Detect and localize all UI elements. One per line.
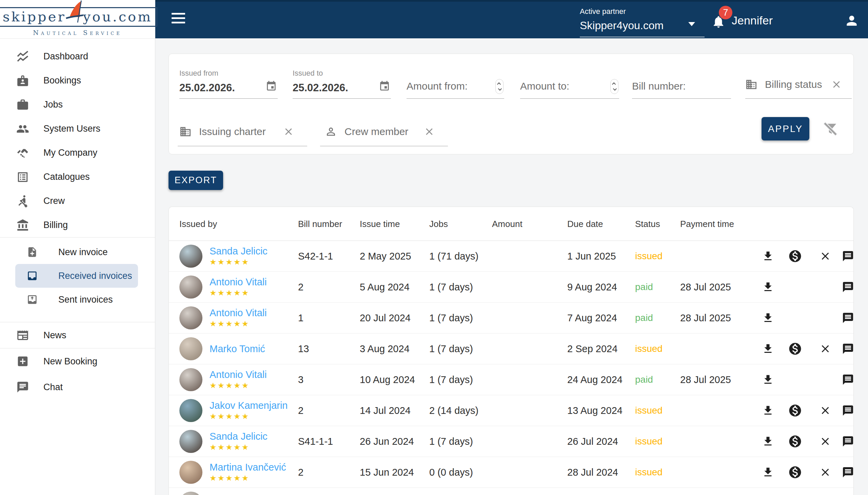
sidebar-item-sent-invoices[interactable]: Sent invoices <box>0 288 155 311</box>
issuer-link[interactable]: Jakov Kamenjarin <box>210 400 288 411</box>
issued-from-label: Issued from <box>179 69 278 78</box>
clear-x-icon[interactable] <box>283 126 294 137</box>
comment-icon[interactable] <box>842 466 854 478</box>
sidebar-item-bookings[interactable]: Bookings <box>0 69 155 92</box>
issuer-info: Antonio Vitali ★★★★★ <box>210 369 267 390</box>
issuer-link[interactable]: Antonio Vitali <box>210 307 267 319</box>
amount-from-field[interactable]: Amount from: <box>407 69 504 99</box>
notification-badge: 7 <box>719 6 732 19</box>
jobs-cell: 2 (14 days) <box>429 405 478 416</box>
mark-paid-dollar-icon[interactable] <box>788 434 802 448</box>
comment-icon[interactable] <box>842 281 854 293</box>
mark-paid-dollar-icon[interactable] <box>788 465 802 479</box>
comment-icon[interactable] <box>842 250 854 262</box>
download-invoice-icon[interactable] <box>762 435 774 447</box>
star-rating: ★★★★★ <box>210 474 286 483</box>
clear-x-icon[interactable] <box>424 126 434 137</box>
sidebar-item-jobs[interactable]: Jobs <box>0 92 155 117</box>
comment-icon[interactable] <box>842 374 854 386</box>
download-invoice-icon[interactable] <box>762 466 774 478</box>
col-jobs: Jobs <box>429 207 448 241</box>
download-invoice-icon[interactable] <box>762 250 774 262</box>
crew-member-field[interactable]: Crew member <box>320 117 448 146</box>
sidebar-item-crew[interactable]: Crew <box>0 189 155 213</box>
sidebar-item-label: Dashboard <box>43 51 88 62</box>
download-invoice-icon[interactable] <box>762 374 774 386</box>
jobs-cell: 1 (7 days) <box>429 343 473 355</box>
table-row: Sanda Jelicic ★★★★★ S41-1-1 26 Jun 2024 … <box>169 426 853 457</box>
download-invoice-icon[interactable] <box>762 281 774 293</box>
number-spinner[interactable] <box>495 79 503 94</box>
brand-logo[interactable]: skipper you.com Nautical Service <box>0 0 155 39</box>
due-date-cell: 26 Jul 2024 <box>567 436 618 447</box>
bill-number-cell: 1 <box>298 312 303 324</box>
sidebar-item-news[interactable]: News <box>0 322 155 348</box>
comment-icon[interactable] <box>842 343 854 355</box>
status-badge: issued <box>635 343 662 354</box>
crew-icon <box>16 195 29 208</box>
number-spinner[interactable] <box>610 79 618 94</box>
cancel-invoice-icon[interactable] <box>819 250 831 262</box>
download-invoice-icon[interactable] <box>762 312 774 324</box>
sidebar-item-label: Crew <box>43 196 65 206</box>
apply-button[interactable]: APPLY <box>762 117 809 140</box>
table-header: Issued by Bill number Issue time Jobs Am… <box>169 207 853 241</box>
issuer-link[interactable]: Antonio Vitali <box>210 276 267 288</box>
calendar-icon[interactable] <box>265 81 277 92</box>
download-invoice-icon[interactable] <box>762 405 774 416</box>
building-icon <box>179 125 192 138</box>
sidebar-item-received-invoices[interactable]: Received invoices <box>15 264 138 288</box>
sidebar-item-billing[interactable]: Billing <box>0 213 155 237</box>
sidebar-item-new-invoice[interactable]: New invoice <box>0 240 155 264</box>
active-partner-select[interactable]: Active partner Skipper4you.com <box>580 7 705 37</box>
cancel-invoice-icon[interactable] <box>819 405 831 416</box>
filter-off-icon[interactable] <box>822 121 838 137</box>
comment-icon[interactable] <box>842 312 854 324</box>
issuer-link[interactable]: Sanda Jelicic <box>210 431 267 442</box>
bill-number-cell: 3 <box>298 374 303 386</box>
issued-from-field[interactable]: Issued from 25.02.2026. <box>179 69 278 99</box>
payment-time-cell: 28 Jul 2025 <box>680 312 731 324</box>
bill-number-field[interactable]: Bill number: <box>632 69 731 99</box>
issuing-charter-field[interactable]: Issuing charter <box>178 117 307 146</box>
chevron-down-icon <box>688 22 695 26</box>
issuer-link[interactable]: Martina Ivančević <box>210 462 286 473</box>
issued-to-field[interactable]: Issued to 25.02.2026. <box>293 69 391 99</box>
cancel-invoice-icon[interactable] <box>819 343 831 355</box>
billing-status-field[interactable]: Billing status <box>745 69 852 99</box>
sidebar-item-system-users[interactable]: System Users <box>0 117 155 141</box>
sidebar-item-label: Chat <box>43 382 63 393</box>
download-invoice-icon[interactable] <box>762 343 774 355</box>
sidebar-item-my-company[interactable]: My Company <box>0 141 155 165</box>
comment-icon[interactable] <box>842 405 854 416</box>
comment-icon[interactable] <box>842 435 854 447</box>
sidebar-bottom-group: News New Booking Chat <box>0 322 155 400</box>
clear-x-icon[interactable] <box>831 80 842 89</box>
cancel-invoice-icon[interactable] <box>819 466 831 478</box>
status-badge: paid <box>635 281 653 292</box>
building-icon <box>745 79 758 90</box>
export-button[interactable]: EXPORT <box>169 171 223 190</box>
issuer-link[interactable]: Antonio Vitali <box>210 369 267 380</box>
account-icon[interactable] <box>844 13 859 28</box>
jobs-icon <box>16 98 29 111</box>
sidebar-item-label: My Company <box>43 148 97 158</box>
sidebar-item-chat[interactable]: Chat <box>0 374 155 400</box>
news-icon <box>16 329 29 342</box>
sidebar-item-dashboard[interactable]: Dashboard <box>0 45 155 69</box>
col-amount: Amount <box>492 207 522 241</box>
hamburger-menu-icon[interactable] <box>172 13 185 24</box>
issuer-link[interactable]: Marko Tomić <box>210 343 265 355</box>
status-badge: paid <box>635 374 653 385</box>
cancel-invoice-icon[interactable] <box>819 435 831 447</box>
sidebar-item-new-booking[interactable]: New Booking <box>0 348 155 374</box>
amount-to-field[interactable]: Amount to: <box>520 69 619 99</box>
system-users-icon <box>16 122 29 135</box>
issuer-link[interactable]: Sanda Jelicic <box>210 246 267 257</box>
sidebar-item-catalogues[interactable]: Catalogues <box>0 165 155 189</box>
mark-paid-dollar-icon[interactable] <box>788 249 802 263</box>
mark-paid-dollar-icon[interactable] <box>788 404 802 417</box>
calendar-icon[interactable] <box>379 81 390 92</box>
issuer-info: Antonio Vitali ★★★★★ <box>210 276 267 297</box>
mark-paid-dollar-icon[interactable] <box>788 342 802 356</box>
